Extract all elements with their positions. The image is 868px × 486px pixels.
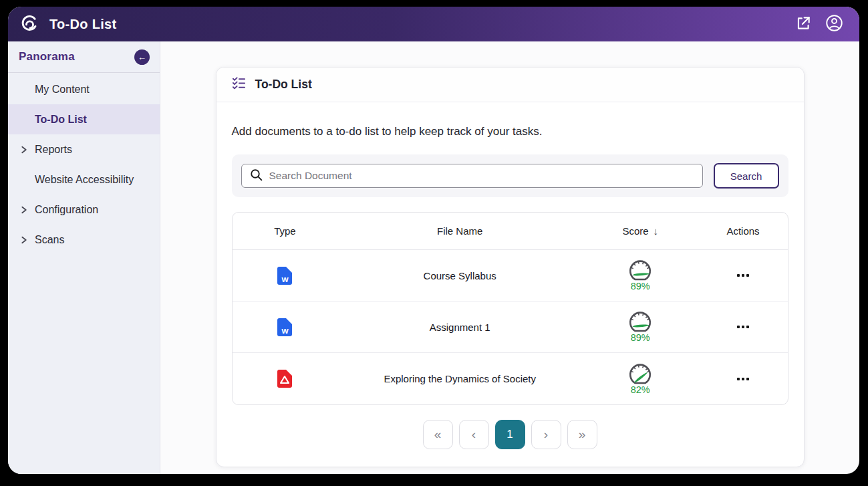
account-button[interactable] — [825, 14, 843, 34]
external-link-icon — [794, 15, 812, 34]
page-1-button[interactable]: 1 — [495, 420, 525, 449]
chevron-right-icon — [19, 145, 28, 154]
sidebar-item-website-accessibility[interactable]: Website Accessibility — [8, 164, 160, 195]
chevron-right-icon — [19, 235, 28, 244]
file-type-cell: w — [233, 267, 338, 285]
file-name: Exploring the Dynamics of Society — [337, 373, 582, 384]
score-value: 89% — [631, 332, 650, 343]
search-input-wrap — [241, 164, 703, 188]
pdf-document-icon: w — [277, 370, 292, 388]
accessibility-gauge-icon: 82% — [626, 363, 654, 395]
todo-list-card: To-Do List Add documents to a to-do list… — [216, 67, 805, 467]
sidebar-collapse-button[interactable]: ← — [134, 49, 150, 65]
previous-page-button[interactable]: ‹ — [459, 420, 489, 449]
todo-checklist-icon — [231, 76, 247, 94]
score-value: 89% — [631, 281, 650, 291]
table-row: w Course Syllabus — [233, 250, 788, 301]
card-title: To-Do List — [255, 78, 312, 92]
topbar: To-Do List — [8, 7, 859, 41]
table-row: w Exploring the Dynamics of Society — [233, 353, 788, 404]
sidebar-item-scans[interactable]: Scans — [8, 225, 160, 255]
sidebar-item-my-content[interactable]: My Content — [8, 74, 160, 104]
next-page-button[interactable]: › — [531, 420, 561, 449]
file-type-cell: w — [233, 318, 338, 336]
card-description: Add documents to a to-do list to help ke… — [232, 125, 788, 138]
card-header: To-Do List — [216, 68, 804, 102]
file-name: Assignment 1 — [337, 322, 582, 333]
card-body: Add documents to a to-do list to help ke… — [216, 102, 804, 467]
row-actions-menu-button[interactable] — [733, 270, 753, 281]
actions-cell — [699, 374, 788, 384]
sidebar-item-configuration[interactable]: Configuration — [8, 195, 160, 225]
sidebar-item-label: Scans — [35, 234, 64, 246]
main-content: To-Do List Add documents to a to-do list… — [160, 41, 859, 474]
sidebar-title: Panorama — [19, 50, 75, 64]
table-row: w Assignment 1 — [233, 301, 788, 353]
score-value: 82% — [631, 384, 650, 395]
sidebar-header: Panorama ← — [8, 41, 160, 73]
table-header-row: Type File Name Score↓ Actions — [233, 213, 788, 250]
content-row: Panorama ← My Content To-Do List Reports — [8, 41, 859, 474]
sidebar-item-label: Website Accessibility — [35, 174, 134, 186]
column-header-actions: Actions — [699, 225, 788, 237]
file-type-cell: w — [233, 370, 338, 388]
user-account-icon — [825, 14, 843, 34]
sort-descending-icon: ↓ — [654, 225, 659, 237]
sidebar-item-to-do-list[interactable]: To-Do List — [8, 104, 160, 134]
sidebar-item-label: My Content — [35, 84, 90, 96]
file-name: Course Syllabus — [337, 270, 582, 281]
sidebar-item-label: To-Do List — [35, 114, 87, 126]
open-in-new-window-button[interactable] — [794, 15, 812, 34]
word-document-icon: w — [277, 267, 292, 285]
column-header-score[interactable]: Score↓ — [582, 225, 699, 237]
app-window: To-Do List — [8, 7, 859, 474]
sidebar-nav: My Content To-Do List Reports Website Ac… — [8, 73, 160, 255]
row-actions-menu-button[interactable] — [733, 322, 753, 332]
accessibility-gauge-icon: 89% — [626, 259, 654, 291]
search-panel: Search — [232, 154, 788, 197]
actions-cell — [699, 270, 788, 281]
search-button[interactable]: Search — [714, 163, 779, 189]
score-cell: 89% — [582, 259, 699, 291]
sidebar-item-reports[interactable]: Reports — [8, 134, 160, 164]
sidebar-item-label: Configuration — [35, 204, 98, 216]
column-header-type: Type — [233, 225, 338, 237]
topbar-title: To-Do List — [49, 17, 116, 32]
first-page-button[interactable]: « — [423, 420, 453, 449]
chevron-right-icon — [19, 205, 28, 214]
sidebar-item-label: Reports — [35, 144, 72, 156]
column-header-file-name: File Name — [337, 225, 582, 237]
score-header-label: Score — [622, 225, 648, 237]
arrow-left-icon: ← — [138, 53, 146, 62]
panorama-logo-icon — [19, 13, 40, 35]
last-page-button[interactable]: » — [567, 420, 597, 449]
search-icon — [249, 168, 263, 185]
accessibility-gauge-icon: 89% — [626, 311, 654, 343]
row-actions-menu-button[interactable] — [733, 374, 753, 384]
topbar-actions — [794, 14, 843, 34]
search-input[interactable] — [269, 170, 695, 182]
sidebar: Panorama ← My Content To-Do List Reports — [8, 41, 160, 474]
score-cell: 89% — [582, 311, 699, 343]
actions-cell — [699, 322, 788, 332]
score-cell: 82% — [582, 363, 699, 395]
documents-table: Type File Name Score↓ Actions — [232, 212, 788, 405]
pagination: « ‹ 1 › » — [232, 420, 788, 449]
word-document-icon: w — [277, 318, 292, 336]
